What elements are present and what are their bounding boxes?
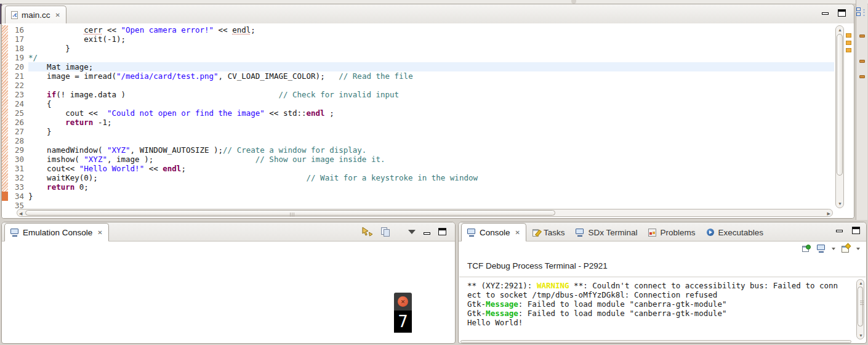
line-number[interactable]: 24 (8, 99, 28, 108)
tab-sdx-terminal[interactable]: SDx Terminal (570, 224, 643, 241)
code-line[interactable]: 33 return 0; (2, 182, 834, 192)
console-vertical-scrollbar[interactable]: ▲ ▼ (856, 279, 864, 339)
tab-executables[interactable]: Executables (701, 224, 770, 241)
tab-main-cc[interactable]: main.cc ✕ (5, 6, 66, 24)
copy-icon[interactable] (381, 227, 390, 236)
executables-icon (707, 229, 715, 237)
line-number[interactable]: 26 (8, 118, 28, 127)
code-editor[interactable]: 16 cerr << "Open camera error!" << endl;… (2, 23, 854, 218)
scroll-down-icon[interactable]: ▼ (838, 201, 842, 206)
line-number[interactable]: 17 (8, 34, 28, 44)
line-number[interactable]: 18 (8, 44, 28, 53)
line-number[interactable]: 19 (8, 53, 28, 62)
line-number[interactable]: 28 (8, 136, 28, 145)
code-line[interactable]: 27 } (2, 127, 834, 136)
console-output[interactable]: ** (XYZ:2921): WARNING **: Couldn't conn… (467, 281, 850, 327)
line-number[interactable]: 30 (8, 155, 28, 164)
annotation-marker[interactable] (846, 48, 851, 52)
console-vscroll-thumb[interactable] (858, 286, 863, 327)
code-line[interactable]: 21 image = imread("/media/card/test.png"… (2, 71, 834, 81)
editor-horizontal-scrollbar[interactable]: ◀ ▶ (17, 209, 833, 217)
line-number[interactable]: 21 (8, 71, 28, 81)
maximize-icon[interactable] (438, 228, 446, 235)
change-marker (2, 71, 8, 81)
change-marker (2, 25, 8, 34)
maximize-icon[interactable] (852, 227, 860, 234)
line-number[interactable]: 20 (8, 62, 28, 71)
code-line[interactable]: 16 cerr << "Open camera error!" << endl; (2, 25, 834, 34)
line-number[interactable]: 29 (8, 145, 28, 155)
tab-console[interactable]: Console✕ (461, 223, 526, 242)
close-icon[interactable]: ✕ (515, 229, 520, 236)
editor-vertical-scrollbar[interactable]: ▲ ▼ (835, 25, 844, 208)
change-marker (2, 145, 8, 155)
emulation-console-content[interactable]: ✕ 7 (2, 242, 454, 343)
tab-tasks[interactable]: Tasks (526, 224, 571, 241)
scroll-up-icon[interactable]: ▲ (859, 281, 863, 285)
view-menu-icon[interactable] (408, 230, 416, 234)
restore-views-icon[interactable] (856, 7, 866, 17)
code-line[interactable]: 31 cout<< "Hello World!" << endl; (2, 164, 834, 173)
line-number[interactable]: 25 (8, 108, 28, 118)
minimized-view-icon[interactable] (859, 75, 865, 78)
code-line[interactable]: 29 namedWindow( "XYZ", WINDOW_AUTOSIZE )… (2, 145, 834, 155)
line-number[interactable]: 27 (8, 127, 28, 136)
line-number[interactable]: 23 (8, 90, 28, 99)
tab-problems[interactable]: Problems (643, 224, 701, 241)
change-marker (2, 173, 8, 182)
maximize-icon[interactable] (838, 9, 846, 17)
code-line[interactable]: 18 } (2, 44, 834, 53)
code-line[interactable]: 32 waitKey(0); // Wait for a keystroke i… (2, 173, 834, 182)
line-number[interactable]: 16 (8, 25, 28, 34)
scroll-right-icon[interactable]: ▶ (827, 211, 830, 216)
minimized-view-icon[interactable] (859, 60, 865, 63)
code-text: { (28, 99, 834, 108)
pin-console-icon[interactable] (802, 245, 811, 253)
chevron-down-icon[interactable] (832, 248, 835, 250)
console-toolbar (802, 245, 860, 253)
tab-emulation-console[interactable]: Emulation Console ✕ (4, 223, 109, 242)
open-console-icon[interactable] (842, 245, 850, 253)
popup-close-icon[interactable]: ✕ (398, 296, 408, 307)
annotation-marker[interactable] (846, 41, 851, 45)
code-line[interactable]: 19*/ (2, 53, 834, 62)
close-icon[interactable]: ✕ (97, 229, 102, 236)
close-icon[interactable]: ✕ (55, 12, 60, 18)
change-marker (2, 182, 8, 192)
code-line[interactable]: 20 Mat image; (2, 62, 834, 71)
xyz-display-window[interactable]: ✕ 7 (394, 293, 412, 333)
display-console-icon[interactable] (817, 245, 826, 253)
code-text: imshow( "XYZ", image ); // Show our imag… (28, 155, 834, 164)
popup-title-bar[interactable]: ✕ (394, 293, 412, 310)
scroll-down-icon[interactable]: ▼ (859, 333, 863, 338)
code-line[interactable]: 24 { (2, 99, 834, 108)
code-line[interactable]: 26 return -1; (2, 118, 834, 127)
scroll-up-icon[interactable]: ▲ (838, 28, 842, 32)
console-panel: Console✕TasksSDx TerminalProblemsExecuta… (458, 222, 867, 344)
console-horizontal-scrollbar[interactable] (460, 340, 851, 343)
line-number[interactable]: 32 (8, 173, 28, 182)
code-line[interactable]: 25 cout << "Could not open or find the i… (2, 108, 834, 118)
code-line[interactable]: 23 if(! image.data ) // Check for invali… (2, 90, 834, 99)
minimized-view-icon[interactable] (859, 34, 865, 38)
code-line[interactable]: 17 exit(-1); (2, 34, 834, 44)
line-number[interactable]: 34 (8, 192, 28, 201)
annotation-marker[interactable] (846, 33, 851, 38)
overview-ruler[interactable] (845, 25, 853, 208)
chevron-down-icon[interactable] (856, 248, 860, 250)
scroll-left-icon[interactable]: ◀ (19, 211, 22, 216)
code-line[interactable]: 22 (2, 81, 834, 90)
cursor-mode-icon[interactable] (361, 227, 373, 237)
minimize-icon[interactable] (822, 12, 829, 15)
code-line[interactable]: 30 imshow( "XYZ", image ); // Show our i… (2, 155, 834, 164)
code-line[interactable]: 34} (2, 192, 834, 201)
line-number[interactable]: 22 (8, 81, 28, 90)
editor-vscroll-thumb[interactable] (837, 34, 843, 176)
fast-view-bar (856, 0, 867, 220)
editor-hscroll-thumb[interactable] (25, 210, 555, 216)
line-number[interactable]: 31 (8, 164, 28, 173)
line-number[interactable]: 33 (8, 182, 28, 192)
minimize-icon[interactable] (836, 230, 843, 232)
code-line[interactable]: 28 (2, 136, 834, 145)
minimize-icon[interactable] (424, 232, 430, 235)
